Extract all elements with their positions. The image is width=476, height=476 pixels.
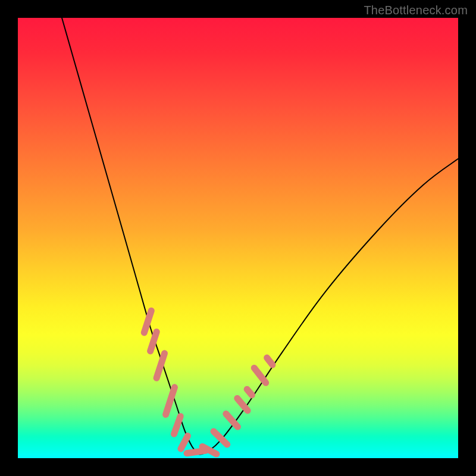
curve-marker [242,384,256,399]
plot-area [18,18,458,458]
curve-layer [18,18,458,458]
curve-marker [221,409,242,431]
curve-marker [152,349,168,382]
bottleneck-curve [62,18,458,455]
curve-marker [262,353,277,369]
watermark-text: TheBottleneck.com [364,4,468,17]
marker-layer [140,306,277,458]
chart-frame: TheBottleneck.com [0,0,476,476]
